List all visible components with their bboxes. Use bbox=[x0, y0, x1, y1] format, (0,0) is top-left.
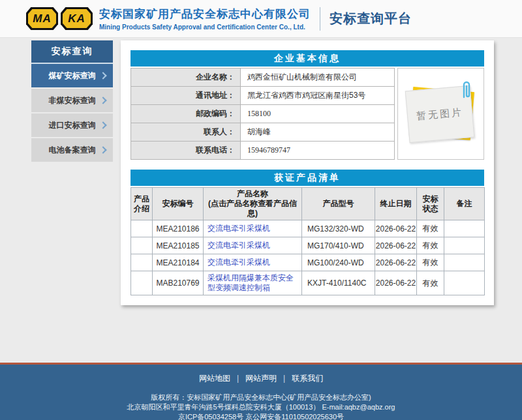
footer-address: 北京朝阳区和平里青年沟路5号煤科总院安科大厦（100013） E-mail:aq… bbox=[0, 402, 522, 412]
footer-separator: | bbox=[237, 374, 239, 383]
table-row: MEA210185 交流电牵引采煤机 MG170/410-WD 2026-06-… bbox=[131, 237, 485, 254]
note-cell bbox=[444, 271, 485, 295]
product-model-cell: MG132/320-WD bbox=[302, 220, 375, 237]
sidebar-item-noncoal-query[interactable]: 非煤安标查询 bbox=[31, 89, 113, 112]
footer-separator: | bbox=[283, 374, 285, 383]
end-date-cell: 2026-06-22 bbox=[375, 271, 417, 295]
note-cell bbox=[444, 254, 485, 271]
page-header: MA KA 安标国家矿用产品安全标志中心有限公司 Mining Products… bbox=[0, 0, 522, 38]
company-info-section: 企业名称： 鸡西金恒矿山机械制造有限公司 通讯地址： 黑龙江省鸡西市鸡冠区南星街… bbox=[130, 68, 484, 160]
no-image-text: 暂无图片 bbox=[416, 106, 463, 122]
postcode-value: 158100 bbox=[241, 105, 395, 123]
footer-copyright: 版权所有：安标国家矿用产品安全标志中心(矿用产品安全标志办公室) bbox=[0, 393, 522, 402]
page-footer: 网站地图|网站声明|联系我们 版权所有：安标国家矿用产品安全标志中心(矿用产品安… bbox=[0, 363, 522, 420]
sidebar-item-label: 非煤安标查询 bbox=[49, 95, 96, 106]
product-name-cell: 采煤机用隔爆兼本质安全型变频调速控制箱 bbox=[204, 271, 302, 295]
footer-link-sitemap[interactable]: 网站地图 bbox=[199, 374, 230, 383]
col-product-name: 产品名称 (点击产品名称查看产品信息) bbox=[204, 188, 302, 220]
product-intro-cell bbox=[131, 220, 153, 237]
table-row: 邮政编码： 158100 bbox=[131, 105, 395, 123]
status-cell: 有效 bbox=[417, 271, 444, 295]
status-cell: 有效 bbox=[417, 220, 444, 237]
address-label: 通讯地址： bbox=[131, 87, 241, 105]
product-model-cell: KXJT-410/1140C bbox=[302, 271, 375, 295]
note-cell bbox=[444, 220, 485, 237]
footer-link-contact[interactable]: 联系我们 bbox=[292, 374, 323, 383]
maka-logo: MA KA bbox=[26, 7, 93, 30]
header-divider bbox=[320, 7, 320, 31]
col-product-model: 产品型号 bbox=[302, 188, 375, 220]
company-info-table: 企业名称： 鸡西金恒矿山机械制造有限公司 通讯地址： 黑龙江省鸡西市鸡冠区南星街… bbox=[130, 68, 395, 160]
table-row: MEA210184 交流电牵引采煤机 MG100/240-WD 2026-06-… bbox=[131, 254, 485, 271]
sidebar-item-label: 进口安标查询 bbox=[49, 120, 96, 131]
product-name-cell: 交流电牵引采煤机 bbox=[204, 254, 302, 271]
approval-code-cell: MEA210185 bbox=[153, 237, 204, 254]
product-name-link[interactable]: 采煤机用隔爆兼本质安全型变频调速控制箱 bbox=[207, 273, 294, 292]
table-row: 企业名称： 鸡西金恒矿山机械制造有限公司 bbox=[131, 68, 395, 87]
phone-label: 联系电话： bbox=[131, 142, 241, 160]
approval-code-cell: MEA210186 bbox=[153, 220, 204, 237]
sidebar-item-import-query[interactable]: 进口安标查询 bbox=[31, 113, 113, 137]
col-product-intro: 产品 介绍 bbox=[131, 188, 153, 220]
col-status: 安标 状态 bbox=[417, 188, 444, 220]
logo-badge-ka: KA bbox=[61, 7, 93, 30]
col-approval-code: 安标编号 bbox=[153, 188, 204, 220]
logo-badge-ka-text: KA bbox=[63, 9, 91, 28]
chevron-right-icon bbox=[99, 146, 106, 153]
status-cell: 有效 bbox=[417, 237, 444, 254]
product-name-link[interactable]: 交流电牵引采煤机 bbox=[207, 241, 270, 250]
contact-person-value: 胡海峰 bbox=[241, 123, 395, 142]
chevron-right-icon bbox=[99, 121, 106, 128]
chevron-right-icon bbox=[99, 97, 106, 104]
org-title-block: 安标国家矿用产品安全标志中心有限公司 Mining Products Safet… bbox=[99, 7, 311, 31]
end-date-cell: 2026-06-22 bbox=[375, 254, 417, 271]
sidebar-title: 安标查询 bbox=[31, 40, 113, 64]
company-photo-placeholder: 暂无图片 bbox=[397, 68, 484, 160]
footer-link-statement[interactable]: 网站声明 bbox=[245, 374, 277, 383]
table-row: 联系电话： 15946789747 bbox=[131, 142, 395, 160]
approval-code-cell: MEA210184 bbox=[153, 254, 204, 271]
main-content-panel: 企业基本信息 企业名称： 鸡西金恒矿山机械制造有限公司 通讯地址： 黑龙江省鸡西… bbox=[121, 40, 494, 305]
product-name-cell: 交流电牵引采煤机 bbox=[204, 237, 302, 254]
table-row: MAB210769 采煤机用隔爆兼本质安全型变频调速控制箱 KXJT-410/1… bbox=[131, 271, 485, 295]
company-name-value: 鸡西金恒矿山机械制造有限公司 bbox=[241, 68, 395, 87]
note-cell bbox=[444, 237, 485, 254]
contact-person-label: 联系人： bbox=[131, 123, 241, 142]
col-end-date: 终止日期 bbox=[375, 188, 417, 220]
product-intro-cell bbox=[131, 271, 153, 295]
product-intro-cell bbox=[131, 237, 153, 254]
company-info-header: 企业基本信息 bbox=[130, 50, 484, 67]
table-row: 通讯地址： 黑龙江省鸡西市鸡冠区南星街53号 bbox=[131, 87, 395, 105]
sidebar-item-battery-query[interactable]: 电池备案查询 bbox=[31, 138, 113, 162]
end-date-cell: 2026-06-22 bbox=[375, 220, 417, 237]
footer-icp: 京ICP备05034258号 京公网安备11010502025630号 bbox=[0, 412, 522, 420]
platform-title: 安标查询平台 bbox=[330, 10, 412, 27]
product-list-table: 产品 介绍 安标编号 产品名称 (点击产品名称查看产品信息) 产品型号 终止日期… bbox=[130, 187, 485, 295]
sidebar-item-coal-query[interactable]: 煤矿安标查询 bbox=[31, 64, 113, 87]
postcode-label: 邮政编码： bbox=[131, 105, 241, 123]
chevron-right-icon bbox=[99, 72, 106, 79]
sidebar-nav: 安标查询 煤矿安标查询 非煤安标查询 进口安标查询 电池备案查询 bbox=[31, 40, 113, 163]
status-cell: 有效 bbox=[417, 254, 444, 271]
sidebar-item-label: 电池备案查询 bbox=[49, 145, 96, 156]
company-name-label: 企业名称： bbox=[131, 68, 241, 87]
approval-code-cell: MAB210769 bbox=[153, 271, 204, 295]
product-name-cell: 交流电牵引采煤机 bbox=[204, 220, 302, 237]
sidebar-item-label: 煤矿安标查询 bbox=[49, 70, 96, 82]
org-name-chinese: 安标国家矿用产品安全标志中心有限公司 bbox=[99, 7, 311, 22]
product-intro-cell bbox=[131, 254, 153, 271]
logo-badge-ma-text: MA bbox=[28, 9, 56, 28]
col-note: 备注 bbox=[444, 188, 485, 220]
table-row: 联系人： 胡海峰 bbox=[131, 123, 395, 142]
footer-links: 网站地图|网站声明|联系我们 bbox=[0, 365, 522, 384]
org-name-english: Mining Products Safety Approval and Cert… bbox=[99, 23, 311, 31]
end-date-cell: 2026-06-22 bbox=[375, 237, 417, 254]
product-name-link[interactable]: 交流电牵引采煤机 bbox=[207, 224, 270, 233]
phone-value: 15946789747 bbox=[241, 142, 395, 160]
logo-badge-ma: MA bbox=[26, 7, 58, 30]
paperclip-icon bbox=[461, 80, 472, 98]
product-model-cell: MG170/410-WD bbox=[302, 237, 375, 254]
product-list-header: 获证产品清单 bbox=[130, 170, 484, 186]
product-name-link[interactable]: 交流电牵引采煤机 bbox=[207, 258, 270, 267]
table-header-row: 产品 介绍 安标编号 产品名称 (点击产品名称查看产品信息) 产品型号 终止日期… bbox=[131, 188, 485, 220]
